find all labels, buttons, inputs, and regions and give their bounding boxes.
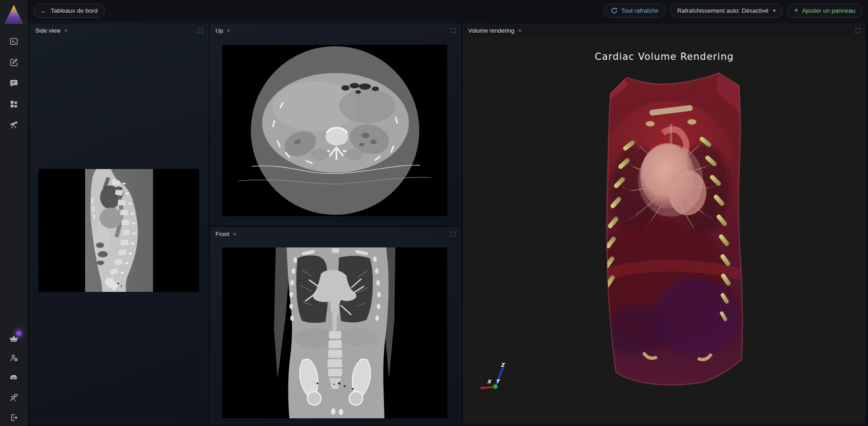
panel-up-title[interactable]: Up xyxy=(216,27,223,34)
front-viewport[interactable] xyxy=(222,247,447,418)
topbar-actions: Tout rafraîchir Rafraîchissement auto: D… xyxy=(604,4,863,18)
coronal-ct-image xyxy=(222,247,447,418)
panel-side-view: Side view × xyxy=(30,24,208,423)
crown-icon[interactable] xyxy=(9,333,19,343)
arrow-left-icon: ← xyxy=(40,7,47,14)
discord-icon[interactable] xyxy=(9,373,19,382)
pyramid-logo[interactable] xyxy=(5,5,24,24)
panel-side-view-close-icon[interactable]: × xyxy=(64,28,68,34)
sidebar xyxy=(0,0,28,426)
panel-up-header: Up × xyxy=(211,24,460,37)
medical-dashboard-app: ← Tableaux de bord Tout rafraîchir Rafra… xyxy=(0,0,868,426)
media-panel-icon[interactable] xyxy=(9,36,19,46)
axis-x-label: X xyxy=(487,379,492,385)
volume-rendering-image xyxy=(582,69,754,387)
chat-icon[interactable] xyxy=(9,78,19,88)
volume-3d-viewport[interactable]: Cardiac Volume Rendering xyxy=(464,37,865,423)
pyramid-logo-shape xyxy=(5,5,24,24)
up-viewport[interactable] xyxy=(222,45,447,216)
panel-volume-header: Volume rendering × xyxy=(464,24,865,37)
apps-grid-icon[interactable] xyxy=(9,99,19,109)
dashboard-grid: Side view × xyxy=(28,21,868,426)
sidebar-nav-bottom xyxy=(0,333,28,422)
orientation-axes-gizmo[interactable]: Z X Y xyxy=(477,361,508,392)
sidebar-nav-top xyxy=(9,36,19,130)
middle-column: Up × xyxy=(211,24,460,423)
panel-volume-resize-icon[interactable] xyxy=(855,28,860,33)
refresh-all-button[interactable]: Tout rafraîchir xyxy=(604,4,666,18)
topbar: ← Tableaux de bord Tout rafraîchir Rafra… xyxy=(28,0,868,21)
back-to-dashboards-button[interactable]: ← Tableaux de bord xyxy=(33,4,105,18)
back-button-label: Tableaux de bord xyxy=(51,7,98,14)
axial-ct-image xyxy=(222,45,447,216)
panel-up: Up × xyxy=(211,24,460,224)
crown-badge xyxy=(16,331,21,336)
panel-volume-title[interactable]: Volume rendering xyxy=(468,27,514,34)
explore-telescope-icon[interactable] xyxy=(9,120,19,130)
side-view-viewport[interactable] xyxy=(38,169,199,292)
auto-refresh-label: Rafraîchissement auto: Désactivé xyxy=(677,7,768,14)
panel-side-view-header: Side view × xyxy=(31,24,207,37)
edit-icon[interactable] xyxy=(9,57,19,67)
panel-front-header: Front × xyxy=(211,228,460,240)
axis-y-label: Y xyxy=(496,378,501,384)
plus-icon: + xyxy=(794,7,798,14)
auto-refresh-dropdown[interactable]: Rafraîchissement auto: Désactivé ▾ xyxy=(670,4,782,18)
scene-title: Cardiac Volume Rendering xyxy=(464,51,865,62)
logout-icon[interactable] xyxy=(9,412,19,422)
refresh-icon xyxy=(611,7,618,14)
panel-front-close-icon[interactable]: × xyxy=(233,231,236,237)
panel-front: Front × xyxy=(211,227,460,423)
panel-front-title[interactable]: Front xyxy=(216,231,229,237)
refresh-all-label: Tout rafraîchir xyxy=(621,7,659,14)
panel-up-close-icon[interactable]: × xyxy=(227,28,230,34)
user-settings-icon[interactable] xyxy=(9,353,19,363)
axis-z-label: Z xyxy=(501,362,505,368)
panel-side-view-resize-icon[interactable] xyxy=(198,28,203,33)
panel-side-view-title[interactable]: Side view xyxy=(35,27,61,34)
sagittal-ct-image xyxy=(38,169,199,292)
chevron-down-icon: ▾ xyxy=(773,8,776,14)
panel-front-resize-icon[interactable] xyxy=(451,232,456,237)
panel-volume-close-icon[interactable]: × xyxy=(518,28,522,34)
support-chat-icon[interactable] xyxy=(9,392,19,402)
add-panel-button[interactable]: + Ajouter un panneau xyxy=(787,4,863,18)
add-panel-label: Ajouter un panneau xyxy=(802,7,855,14)
panel-volume-rendering: Volume rendering × Cardiac Volume Render… xyxy=(463,24,865,423)
panel-up-resize-icon[interactable] xyxy=(451,28,456,33)
